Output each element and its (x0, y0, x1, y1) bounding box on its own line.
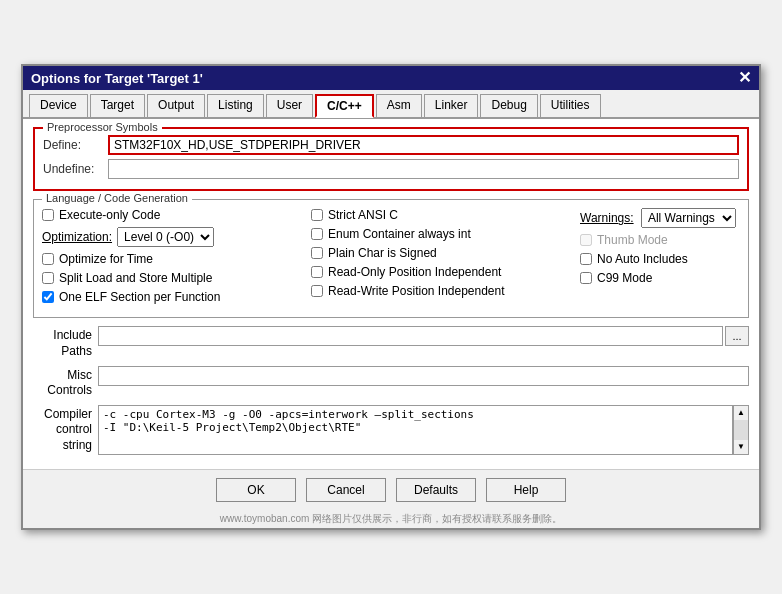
defaults-button[interactable]: Defaults (396, 478, 476, 502)
no-auto-includes-row: No Auto Includes (580, 252, 740, 266)
warnings-label: Warnings: (580, 211, 634, 225)
plain-char-row: Plain Char is Signed (311, 246, 570, 260)
scroll-down-button[interactable]: ▼ (734, 440, 748, 454)
scroll-up-button[interactable]: ▲ (734, 406, 748, 420)
tab-output[interactable]: Output (147, 94, 205, 117)
misc-controls-label: MiscControls (33, 366, 98, 399)
enum-container-row: Enum Container always int (311, 227, 570, 241)
define-row: Define: (43, 135, 739, 155)
include-paths-input-wrap: ... (98, 326, 749, 346)
tab-listing[interactable]: Listing (207, 94, 264, 117)
split-load-row: Split Load and Store Multiple (42, 271, 301, 285)
col-right: Warnings: All Warnings No Warnings Thumb… (580, 208, 740, 309)
c99-mode-checkbox[interactable] (580, 272, 592, 284)
split-load-label: Split Load and Store Multiple (59, 271, 212, 285)
execute-only-label: Execute-only Code (59, 208, 160, 222)
dialog-title: Options for Target 'Target 1' (31, 71, 203, 86)
compiler-label: Compilercontrolstring (33, 405, 98, 454)
thumb-mode-checkbox[interactable] (580, 234, 592, 246)
footer: OK Cancel Defaults Help (23, 469, 759, 510)
tab-linker[interactable]: Linker (424, 94, 479, 117)
split-load-checkbox[interactable] (42, 272, 54, 284)
warnings-select[interactable]: All Warnings No Warnings (641, 208, 736, 228)
code-gen-label: Language / Code Generation (42, 192, 192, 204)
tab-utilities[interactable]: Utilities (540, 94, 601, 117)
strict-ansi-label: Strict ANSI C (328, 208, 398, 222)
one-elf-row: One ELF Section per Function (42, 290, 301, 304)
no-auto-includes-checkbox[interactable] (580, 253, 592, 265)
help-button[interactable]: Help (486, 478, 566, 502)
tab-debug[interactable]: Debug (480, 94, 537, 117)
optimization-label: Optimization: (42, 230, 112, 244)
thumb-mode-row: Thumb Mode (580, 233, 740, 247)
misc-controls-input-wrap (98, 366, 749, 386)
optimize-time-label: Optimize for Time (59, 252, 153, 266)
define-input[interactable] (108, 135, 739, 155)
tab-asm[interactable]: Asm (376, 94, 422, 117)
misc-controls-section: MiscControls (33, 366, 749, 399)
undefine-input[interactable] (108, 159, 739, 179)
ok-button[interactable]: OK (216, 478, 296, 502)
strict-ansi-checkbox[interactable] (311, 209, 323, 221)
c99-mode-label: C99 Mode (597, 271, 652, 285)
tab-content: Preprocessor Symbols Define: Undefine: L… (23, 118, 759, 468)
col-mid: Strict ANSI C Enum Container always int … (311, 208, 570, 309)
watermark: www.toymoban.com 网络图片仅供展示，非行商，如有授权请联系服务删… (23, 510, 759, 528)
warnings-section: Warnings: All Warnings No Warnings (580, 208, 740, 228)
no-auto-includes-label: No Auto Includes (597, 252, 688, 266)
compiler-textarea-wrap: -c -cpu Cortex-M3 -g -O0 -apcs=interwork… (98, 405, 749, 455)
include-paths-section: IncludePaths ... (33, 326, 749, 359)
readonly-pos-checkbox[interactable] (311, 266, 323, 278)
compiler-textarea[interactable]: -c -cpu Cortex-M3 -g -O0 -apcs=interwork… (98, 405, 733, 455)
optimize-time-row: Optimize for Time (42, 252, 301, 266)
tab-target[interactable]: Target (90, 94, 145, 117)
execute-only-row: Execute-only Code (42, 208, 301, 222)
optimization-select[interactable]: Level 0 (-O0) Level 1 (-O1) Level 2 (-O2… (117, 227, 214, 247)
tab-device[interactable]: Device (29, 94, 88, 117)
preprocessor-section: Preprocessor Symbols Define: Undefine: (33, 127, 749, 191)
main-dialog: Options for Target 'Target 1' ✕ Device T… (21, 64, 761, 529)
tab-cpp[interactable]: C/C++ (315, 94, 374, 118)
readwrite-pos-label: Read-Write Position Independent (328, 284, 505, 298)
enum-container-checkbox[interactable] (311, 228, 323, 240)
one-elf-label: One ELF Section per Function (59, 290, 220, 304)
misc-controls-input[interactable] (98, 366, 749, 386)
readwrite-pos-row: Read-Write Position Independent (311, 284, 570, 298)
undefine-row: Undefine: (43, 159, 739, 179)
preprocessor-section-label: Preprocessor Symbols (43, 121, 162, 133)
code-gen-content: Execute-only Code Optimization: Level 0 … (42, 208, 740, 309)
strict-ansi-row: Strict ANSI C (311, 208, 570, 222)
enum-container-label: Enum Container always int (328, 227, 471, 241)
readonly-pos-row: Read-Only Position Independent (311, 265, 570, 279)
compiler-scrollbar[interactable]: ▲ ▼ (733, 405, 749, 455)
code-gen-section: Language / Code Generation Execute-only … (33, 199, 749, 318)
optimization-row: Optimization: Level 0 (-O0) Level 1 (-O1… (42, 227, 301, 247)
c99-mode-row: C99 Mode (580, 271, 740, 285)
plain-char-checkbox[interactable] (311, 247, 323, 259)
tab-user[interactable]: User (266, 94, 313, 117)
include-paths-input[interactable] (98, 326, 723, 346)
cancel-button[interactable]: Cancel (306, 478, 386, 502)
optimize-time-checkbox[interactable] (42, 253, 54, 265)
undefine-label: Undefine: (43, 162, 108, 176)
include-paths-browse[interactable]: ... (725, 326, 749, 346)
close-button[interactable]: ✕ (738, 70, 751, 86)
readonly-pos-label: Read-Only Position Independent (328, 265, 501, 279)
plain-char-label: Plain Char is Signed (328, 246, 437, 260)
thumb-mode-label: Thumb Mode (597, 233, 668, 247)
define-label: Define: (43, 138, 108, 152)
title-bar: Options for Target 'Target 1' ✕ (23, 66, 759, 90)
one-elf-checkbox[interactable] (42, 291, 54, 303)
execute-only-checkbox[interactable] (42, 209, 54, 221)
include-paths-label: IncludePaths (33, 326, 98, 359)
tab-bar: Device Target Output Listing User C/C++ … (23, 90, 759, 118)
col-left: Execute-only Code Optimization: Level 0 … (42, 208, 301, 309)
readwrite-pos-checkbox[interactable] (311, 285, 323, 297)
compiler-section: Compilercontrolstring -c -cpu Cortex-M3 … (33, 405, 749, 455)
